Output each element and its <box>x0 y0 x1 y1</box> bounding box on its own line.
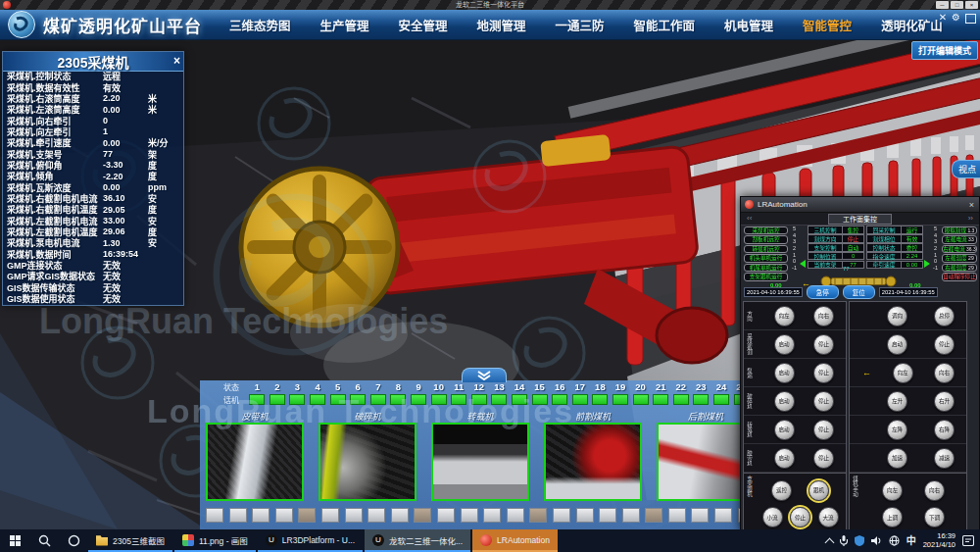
network-icon[interactable] <box>889 535 900 546</box>
tab-prev-icon[interactable]: ‹‹ <box>747 214 752 223</box>
control-button[interactable]: 左升 <box>887 391 907 412</box>
control-button[interactable]: 右降 <box>934 420 955 440</box>
restore-window-icon[interactable] <box>965 14 976 24</box>
channel-number[interactable]: 18 <box>590 381 611 392</box>
control-button[interactable]: 停止 <box>813 391 834 412</box>
control-button[interactable]: 加速 <box>887 448 907 469</box>
edit-mode-button[interactable]: 打开编辑模式 <box>911 41 978 60</box>
control-button[interactable]: 向右 <box>934 363 955 383</box>
channel-status-square[interactable] <box>592 394 608 405</box>
strip-thumb[interactable] <box>576 508 594 523</box>
control-button[interactable]: 上调 <box>882 507 903 527</box>
strip-thumb[interactable] <box>321 508 339 523</box>
camera-thumbnail[interactable] <box>431 423 529 501</box>
strip-thumb[interactable] <box>599 508 616 523</box>
channel-number[interactable]: 2 <box>268 381 288 392</box>
tab-workface-control[interactable]: 工作面集控 <box>828 214 892 225</box>
channel-status-square[interactable] <box>713 394 729 405</box>
control-button[interactable]: 右升 <box>934 391 955 412</box>
control-button[interactable]: 跟机 <box>808 480 829 501</box>
channel-status-square[interactable] <box>693 394 709 405</box>
channel-number[interactable]: 6 <box>348 381 368 392</box>
shearer-panel-header[interactable]: 2305采煤机 × <box>3 52 183 72</box>
control-button[interactable]: 停止 <box>934 334 955 355</box>
control-button[interactable]: 下调 <box>924 507 945 527</box>
taskbar-app[interactable]: LRAutomation <box>472 529 558 552</box>
channel-number[interactable]: 24 <box>711 381 732 392</box>
strip-thumb[interactable] <box>252 508 270 523</box>
lra-close-icon[interactable]: × <box>969 200 974 210</box>
nav-item-三维态势图[interactable]: 三维态势图 <box>229 16 291 34</box>
control-button[interactable]: 向左 <box>774 306 795 326</box>
control-button[interactable]: 启动 <box>887 334 907 355</box>
channel-number[interactable]: 14 <box>510 381 530 392</box>
maximize-button[interactable]: □ <box>951 1 963 9</box>
strip-thumb[interactable] <box>691 508 709 523</box>
collapse-cameras-button[interactable] <box>462 368 507 382</box>
status-button[interactable]: 右截温度 29 <box>942 264 977 272</box>
close-icon[interactable]: × <box>173 54 180 68</box>
taskbar-app[interactable]: 11.png - 画图 <box>174 529 256 552</box>
channel-number[interactable]: 9 <box>409 381 429 392</box>
shield-icon[interactable] <box>855 535 864 546</box>
start-button[interactable] <box>0 529 29 552</box>
channel-number[interactable]: 13 <box>489 381 510 392</box>
strip-thumb[interactable] <box>483 508 501 523</box>
channel-number[interactable]: 20 <box>630 381 651 392</box>
control-button[interactable]: 启动 <box>774 448 795 469</box>
strip-thumb[interactable] <box>345 508 363 523</box>
taskbar-app[interactable]: U龙软二三维一体化... <box>365 529 470 552</box>
strip-thumb[interactable] <box>507 508 524 523</box>
control-button[interactable]: 向右 <box>924 480 945 501</box>
remote-mode-button[interactable]: 转载机远控 <box>744 245 788 253</box>
strip-thumb[interactable] <box>622 508 640 523</box>
status-button[interactable]: 左截温度 29 <box>942 254 977 262</box>
status-button[interactable]: 自动程序停止 <box>942 273 977 280</box>
control-button[interactable]: 停止 <box>813 448 834 469</box>
remote-mode-button[interactable]: 机头单机运行 <box>744 254 788 262</box>
gear-icon[interactable]: ⚙ <box>952 12 960 24</box>
channel-status-square[interactable] <box>653 394 668 405</box>
taskbar-app[interactable]: 2305三维截图 <box>88 529 172 552</box>
channel-number[interactable]: 3 <box>287 381 308 392</box>
control-button[interactable]: 大流 <box>818 507 839 527</box>
channel-number[interactable]: 11 <box>449 381 469 392</box>
channel-number[interactable]: 17 <box>570 381 591 392</box>
close-button[interactable]: × <box>965 1 978 9</box>
speaker-icon[interactable] <box>871 535 882 546</box>
channel-status-square[interactable] <box>673 394 689 405</box>
strip-thumb[interactable] <box>206 508 223 523</box>
strip-thumb[interactable] <box>668 508 686 523</box>
control-button[interactable]: 向右 <box>813 306 834 326</box>
channel-number[interactable]: 22 <box>670 381 691 392</box>
strip-thumb[interactable] <box>553 508 570 523</box>
strip-thumb[interactable] <box>437 508 455 523</box>
control-button[interactable]: 减速 <box>934 448 955 469</box>
tab-next-icon[interactable]: ›› <box>968 214 973 223</box>
ime-indicator[interactable]: 中 <box>906 536 916 546</box>
nav-item-智能管控[interactable]: 智能管控 <box>803 16 852 34</box>
control-button[interactable]: 遥控 <box>771 480 792 501</box>
control-button[interactable]: 停止 <box>813 334 834 355</box>
channel-number[interactable]: 8 <box>388 381 409 392</box>
strip-thumb[interactable] <box>275 508 293 523</box>
channel-number[interactable]: 12 <box>469 381 490 392</box>
lra-titlebar[interactable]: LRAutomation × <box>741 197 979 213</box>
strip-thumb[interactable] <box>229 508 247 523</box>
tray-expand-icon[interactable] <box>824 537 834 547</box>
control-button[interactable]: 小流 <box>762 507 783 527</box>
cortana-icon[interactable] <box>59 529 88 552</box>
camera-thumbnail[interactable] <box>206 423 304 501</box>
channel-number[interactable]: 19 <box>611 381 631 392</box>
strip-thumb[interactable] <box>391 508 409 523</box>
control-button[interactable]: 启动 <box>774 391 795 412</box>
nav-item-地测管理[interactable]: 地测管理 <box>477 16 526 34</box>
search-icon[interactable] <box>29 529 59 552</box>
channel-number[interactable]: 23 <box>691 381 711 392</box>
channel-number[interactable]: 7 <box>368 381 389 392</box>
nav-item-透明化矿山[interactable]: 透明化矿山 <box>881 16 943 34</box>
control-button[interactable]: 停止 <box>813 420 834 440</box>
viewpoint-tab[interactable]: 视点 <box>952 160 980 178</box>
taskbar-app[interactable]: ULR3DPlatform - U... <box>258 529 363 552</box>
channel-number[interactable]: 21 <box>651 381 671 392</box>
